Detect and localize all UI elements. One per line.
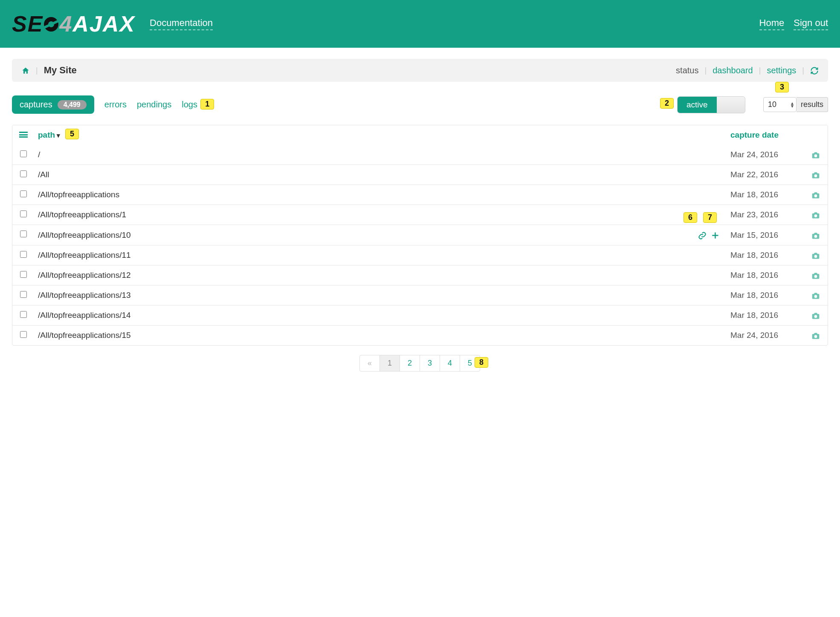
pagination-prev[interactable]: « <box>359 355 380 372</box>
dashboard-link[interactable]: dashboard <box>713 66 753 75</box>
pagination-page-5[interactable]: 5 8 <box>460 355 480 372</box>
camera-icon[interactable] <box>804 150 828 160</box>
plus-icon[interactable] <box>711 230 719 240</box>
row-path-text: /All/topfreeapplications/1 <box>38 210 126 219</box>
tab-logs-label: logs <box>182 100 197 109</box>
row-path[interactable]: /All/topfreeapplications <box>35 185 727 205</box>
home-link[interactable]: Home <box>759 17 785 30</box>
row-checkbox[interactable] <box>20 231 27 237</box>
row-path[interactable]: /All/topfreeapplications/1 <box>35 205 727 225</box>
camera-icon[interactable] <box>804 170 828 180</box>
logo-text-se: SE <box>12 11 43 37</box>
separator: | <box>704 66 707 75</box>
pagination-page-4[interactable]: 4 <box>440 355 460 372</box>
row-date: Mar 24, 2016 <box>727 145 804 164</box>
row-checkbox-cell <box>12 185 35 205</box>
pagination-page-5-label: 5 <box>468 359 472 367</box>
header-date[interactable]: capture date <box>727 125 804 145</box>
camera-icon[interactable] <box>804 210 828 220</box>
table-row: /All/topfreeapplications/13Mar 18, 2016 <box>12 285 828 305</box>
row-path[interactable]: /All/topfreeapplications/11 <box>35 245 727 265</box>
row-checkbox[interactable] <box>20 251 27 258</box>
row-path[interactable]: /All/topfreeapplications/14 <box>35 306 727 325</box>
row-path-text: /All/topfreeapplications/12 <box>38 271 131 280</box>
toggle-on-label: active <box>678 97 717 113</box>
refresh-icon[interactable] <box>810 66 819 75</box>
row-path[interactable]: /All/topfreeapplications/13 <box>35 285 727 305</box>
camera-icon[interactable] <box>804 291 828 300</box>
separator: | <box>802 66 804 75</box>
table-row: /All/topfreeapplications/1067Mar 15, 201… <box>12 225 828 245</box>
logo: SE 4 AJAX <box>12 11 135 37</box>
camera-icon[interactable] <box>804 271 828 280</box>
row-path[interactable]: /All/topfreeapplications/1067 <box>35 225 727 245</box>
link-icon[interactable] <box>698 230 707 240</box>
pagination-page-3[interactable]: 3 <box>420 355 440 372</box>
camera-icon[interactable] <box>804 251 828 260</box>
row-path[interactable]: /All/topfreeapplications/12 <box>35 265 727 285</box>
row-date: Mar 18, 2016 <box>727 245 804 265</box>
pagination-page-1[interactable]: 1 <box>379 355 400 372</box>
table-row: /All/topfreeapplications/11Mar 18, 2016 <box>12 245 828 265</box>
row-checkbox-cell <box>12 246 35 265</box>
row-checkbox-cell <box>12 225 35 245</box>
row-checkbox[interactable] <box>20 271 27 278</box>
gear-icon <box>41 14 61 34</box>
table-row: /All/topfreeapplications/14Mar 18, 2016 <box>12 305 828 325</box>
home-icon[interactable] <box>21 66 30 75</box>
signout-link[interactable]: Sign out <box>794 17 828 30</box>
tab-captures[interactable]: captures 4,499 <box>12 95 94 114</box>
row-checkbox[interactable] <box>20 190 27 197</box>
logo-text-ajax: AJAX <box>72 11 135 37</box>
row-path-text: /All <box>38 170 49 179</box>
row-path-text: / <box>38 150 40 159</box>
row-date: Mar 15, 2016 <box>727 225 804 245</box>
tab-captures-label: captures <box>20 100 52 110</box>
tab-logs[interactable]: logs 1 <box>182 100 197 110</box>
camera-icon[interactable] <box>804 190 828 200</box>
table-row: /Mar 24, 2016 <box>12 145 828 164</box>
separator: | <box>759 66 761 75</box>
tab-pendings[interactable]: pendings <box>137 100 171 110</box>
settings-link[interactable]: settings <box>767 66 796 75</box>
table-row: /All/topfreeapplicationsMar 18, 2016 <box>12 185 828 205</box>
row-date: Mar 22, 2016 <box>727 165 804 185</box>
row-checkbox-cell <box>12 145 35 164</box>
camera-icon[interactable] <box>804 331 828 340</box>
header-path-label: path <box>38 130 60 140</box>
annotation-3: 3 <box>775 82 789 92</box>
active-toggle[interactable]: active <box>677 96 745 113</box>
captures-count-badge: 4,499 <box>58 100 87 110</box>
pagination-page-2[interactable]: 2 <box>400 355 420 372</box>
row-checkbox-cell <box>12 286 35 305</box>
tab-errors[interactable]: errors <box>104 100 127 110</box>
row-date: Mar 18, 2016 <box>727 265 804 285</box>
row-path[interactable]: /All/topfreeapplications/15 <box>35 326 727 345</box>
select-caret-icon: ▴▾ <box>791 102 794 108</box>
topbar: SE 4 AJAX Documentation Home Sign out <box>0 0 840 48</box>
row-path-text: /All/topfreeapplications/13 <box>38 291 131 300</box>
header-path[interactable]: path 5 <box>35 125 727 145</box>
row-checkbox-cell <box>12 326 35 345</box>
select-menu-icon[interactable] <box>19 132 28 138</box>
results-per-page-select[interactable]: 10 ▴▾ <box>763 97 797 112</box>
table-row: /All/topfreeapplications/12Mar 18, 2016 <box>12 265 828 285</box>
header-check: 4 <box>12 126 35 145</box>
status-link[interactable]: status <box>676 66 698 75</box>
row-checkbox[interactable] <box>20 331 27 338</box>
documentation-link[interactable]: Documentation <box>150 17 213 30</box>
row-path-text: /All/topfreeapplications/11 <box>38 251 131 260</box>
row-checkbox[interactable] <box>20 150 27 157</box>
camera-icon[interactable] <box>804 311 828 320</box>
row-checkbox[interactable] <box>20 210 27 217</box>
row-checkbox[interactable] <box>20 311 27 318</box>
row-checkbox[interactable] <box>20 170 27 177</box>
topnav-right: Home Sign out <box>759 17 828 30</box>
annotation-2: 2 <box>660 98 674 109</box>
row-date: Mar 23, 2016 <box>727 205 804 225</box>
row-path[interactable]: /All <box>35 165 727 185</box>
row-path[interactable]: / <box>35 145 727 164</box>
row-actions <box>698 230 724 240</box>
camera-icon[interactable] <box>804 230 828 240</box>
row-checkbox[interactable] <box>20 291 27 298</box>
